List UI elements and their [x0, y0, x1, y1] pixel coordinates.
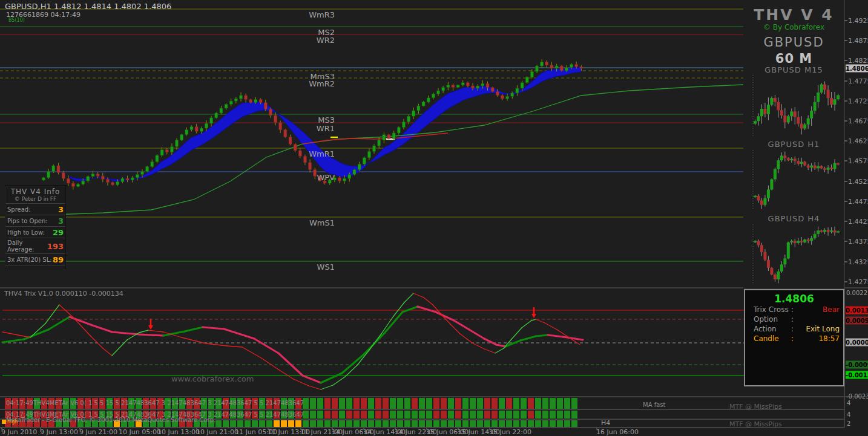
info-row-label: 3x ATR(20) SL:	[7, 256, 52, 263]
price-tick-1.4875: 1.4875	[848, 37, 868, 45]
trix-info-cell: :	[791, 334, 798, 343]
chart-canvas[interactable]	[0, 0, 868, 436]
price-tick-1.4425: 1.4425	[848, 218, 868, 226]
info-row-value: 193	[47, 242, 64, 251]
trix-info-cell: Option	[754, 315, 791, 324]
trix-info-cell: :	[791, 305, 798, 314]
trix-info-cell: Bear	[798, 305, 840, 314]
mini-chart-1[interactable]	[752, 74, 841, 139]
info-row-spread-: Spread:3	[5, 204, 65, 215]
current-price-badge: 1.4806	[846, 65, 868, 73]
trix-info-cell: :	[791, 315, 798, 324]
trix-info-cell: :	[791, 325, 798, 333]
trix-badge-0.0009: 0.0009	[846, 317, 868, 325]
info-row-3x-atr-20-sl-: 3x ATR(20) SL:89	[5, 254, 65, 265]
trix-info-cell	[798, 315, 840, 324]
info-row-value: 3	[58, 205, 64, 214]
info-row-label: Spread:	[7, 206, 31, 213]
pivot-label-wpv: WPV	[268, 173, 335, 182]
info-row-value: 29	[53, 228, 64, 237]
t3-red-line	[303, 133, 448, 144]
info-panel-rows: Spread:3Pips to Open:3High to Low:29Dail…	[5, 204, 65, 265]
mtf-thv4-label: THV4 MTF (1h)	[12, 423, 53, 429]
misspips-label-1: MTF @ MissPips	[729, 403, 782, 411]
trend-ma-line	[54, 85, 743, 215]
price-tick-1.4375: 1.4375	[848, 238, 868, 246]
trix-info-cell: Candle	[754, 334, 791, 343]
high-marker-label: high	[7, 419, 18, 425]
price-tick-1.4575: 1.4575	[848, 157, 868, 165]
info-row-label: Daily Average:	[7, 239, 47, 253]
info-panel-title: THV V4 Info	[5, 186, 65, 196]
price-tick-1.4625: 1.4625	[848, 137, 868, 145]
trix-sell-arrow-icon	[148, 319, 153, 330]
info-row-high-to-low-: High to Low:29	[5, 227, 65, 238]
info-row-value: 89	[53, 255, 64, 264]
trix-info-row-candle: Candle:18:57	[745, 334, 843, 343]
trix-badge-0.0013: 0.0013	[846, 307, 868, 314]
trix-curves	[2, 293, 583, 389]
trix-scale-bottom: -0.00230	[846, 393, 868, 400]
mini-chart-label-gbpusd-h4: GBPUSD H4	[743, 214, 844, 223]
ma-fast-label: MA fast	[643, 402, 665, 408]
trix-info-rows: Trix Cross:BearOption:Action:Exit LongCa…	[745, 305, 843, 343]
chart-title-ohlc: GBPUSD,H1 1.4812 1.4814 1.4802 1.4806	[5, 2, 171, 11]
trix-indicator-label: THV4 Trix V1.0 0.000110 -0.000134	[4, 290, 123, 298]
high-marker-icon	[2, 420, 6, 424]
misspips-label-2: MTF @ MissPips	[729, 420, 782, 428]
info-row-daily-average-: Daily Average:193	[5, 238, 65, 254]
trix-info-row-option: Option:	[745, 314, 843, 324]
trix-info-cell: 18:57	[798, 334, 840, 343]
trix-info-cell: Exit Long	[798, 325, 840, 333]
trix-scale-top: 0.00221	[846, 290, 868, 296]
price-tick-1.4825: 1.4825	[848, 57, 868, 65]
info-row-pips-to-open-: Pips to Open:3	[5, 215, 65, 227]
thv-info-panel: THV V4 Info © Peter D in FF Spread:3Pips…	[5, 185, 66, 269]
price-tick-1.4275: 1.4275	[848, 278, 868, 286]
side-panel: THV V 4 © By Cobraforex GBPUSD 60 M GBPU…	[743, 0, 844, 288]
pivot-label-wr2: WR2	[268, 36, 335, 45]
price-tick-1.4925: 1.4925	[848, 17, 868, 25]
trix-info-panel: 1.4806 Trix Cross:BearOption:Action:Exit…	[744, 289, 844, 386]
price-tick-1.4325: 1.4325	[848, 258, 868, 266]
price-tick-1.4725: 1.4725	[848, 97, 868, 105]
mtf-row1-overlay-text: 04:17:49THV4METAr V6 0( 1 5 5 15 5 21474…	[6, 400, 581, 406]
info-row-label: Pips to Open:	[7, 218, 48, 224]
pivot-label-wmr2: WmR2	[268, 79, 335, 88]
trix-badge-0.0000: 0.0000	[846, 339, 868, 347]
info-row-value: 3	[58, 216, 64, 226]
price-tick-1.4475: 1.4475	[848, 198, 868, 206]
price-tick-1.4775: 1.4775	[848, 77, 868, 85]
trix-info-row-trix-cross: Trix Cross:Bear	[745, 305, 843, 314]
pivot-label-ws1: WS1	[268, 262, 335, 272]
trix-info-cell: Action	[754, 325, 791, 333]
mini-chart-3[interactable]	[752, 223, 841, 286]
info-panel-subtitle: © Peter D in FF	[5, 196, 65, 204]
trix-levels	[2, 310, 844, 376]
mini-chart-label-gbpusd-m15: GBPUSD M15	[743, 65, 844, 74]
mini-chart-2[interactable]	[752, 149, 841, 212]
mtf-row-scale-2: 4	[847, 411, 850, 418]
pivot-lines	[0, 9, 844, 261]
thv-logo: THV V 4	[743, 6, 844, 24]
mtf-row-scale-3: 2	[847, 420, 850, 427]
trix-badge--0.0013: -0.0013	[846, 371, 868, 379]
pivot-label-wmr3: WmR3	[268, 10, 335, 19]
watermark: www.cobraforex.com	[171, 374, 254, 383]
mini-chart-label-gbpusd-h1: GBPUSD H1	[743, 140, 844, 149]
pivot-label-ms3: MS3	[268, 116, 335, 125]
side-panel-timeframe: 60 M	[743, 51, 844, 66]
info-row-label: High to Low:	[7, 229, 45, 236]
separators	[0, 0, 868, 430]
trix-sell-arrow-icon	[531, 307, 536, 318]
indicator-tag: BS(10)	[8, 18, 25, 23]
trix-badge--0.0009: -0.0009	[846, 361, 868, 369]
trix-info-price: 1.4806	[745, 293, 843, 305]
t3-line	[303, 133, 448, 144]
mt4-chart-window: GBPUSD,H1 1.4812 1.4814 1.4802 1.4806 12…	[0, 0, 868, 436]
price-tick-1.4525: 1.4525	[848, 178, 868, 186]
mtf-row-scale-1: 4	[847, 400, 850, 406]
h4-label: H4	[601, 419, 610, 427]
cobraforex-byline: © By Cobraforex	[743, 23, 844, 31]
price-tick-1.4675: 1.4675	[848, 117, 868, 125]
